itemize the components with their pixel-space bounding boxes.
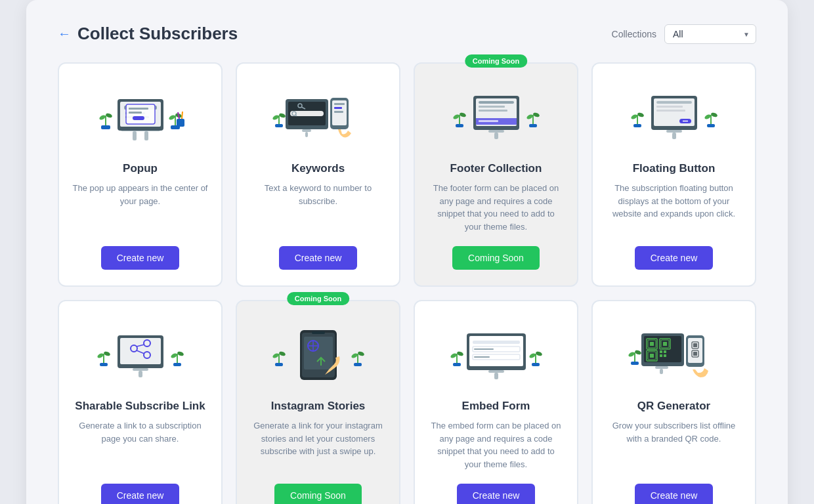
floating-button-create-button[interactable]: Create new — [635, 246, 714, 270]
svg-rect-141 — [660, 369, 663, 374]
embed-form-description: The embed form can be placed on any page… — [428, 419, 564, 471]
svg-line-18 — [182, 112, 182, 119]
embed-form-illustration — [444, 317, 549, 389]
svg-rect-82 — [133, 368, 148, 371]
svg-rect-147 — [693, 352, 697, 356]
svg-rect-138 — [660, 354, 662, 357]
instagram-coming-soon-badge: Coming Soon — [287, 292, 350, 305]
footer-coming-soon-badge: Coming Soon — [465, 54, 528, 68]
embed-form-title: Embed Form — [462, 400, 530, 413]
instagram-illustration — [266, 317, 371, 389]
sharable-link-illustration — [88, 317, 193, 389]
qr-generator-description: Grow your subscribers list offline with … — [606, 419, 742, 471]
card-floating-button: Floating Button The subscription floatin… — [591, 62, 756, 287]
footer-collection-title: Footer Collection — [450, 162, 542, 175]
card-popup: Popup The pop up appears in the center o… — [58, 62, 223, 287]
svg-rect-84 — [100, 363, 108, 366]
svg-rect-95 — [304, 337, 333, 369]
svg-rect-113 — [474, 348, 494, 350]
card-keywords: Keywords Text a keyword to number to sub… — [236, 62, 400, 287]
svg-rect-35 — [334, 107, 342, 109]
svg-rect-47 — [479, 120, 498, 122]
page-title: Collect Subscribers — [77, 24, 238, 44]
footer-collection-description: The footer form can be placed on any pag… — [428, 182, 564, 233]
card-embed-form: Embed Form The embed form can be placed … — [414, 300, 578, 504]
svg-rect-20 — [129, 108, 148, 110]
qr-generator-create-button[interactable]: Create new — [635, 484, 714, 504]
svg-rect-139 — [664, 354, 666, 357]
svg-rect-145 — [693, 343, 697, 347]
main-container: ← Collect Subscribers Collections All Po… — [26, 0, 788, 504]
collections-label: Collections — [612, 29, 656, 39]
svg-rect-137 — [664, 350, 666, 353]
back-arrow[interactable]: ← — [58, 26, 71, 41]
floating-button-title: Floating Button — [633, 162, 716, 175]
svg-rect-34 — [334, 103, 345, 105]
svg-rect-31 — [305, 132, 308, 137]
svg-rect-110 — [473, 341, 520, 344]
svg-rect-62 — [656, 110, 685, 112]
svg-rect-88 — [173, 363, 181, 366]
svg-rect-21 — [129, 112, 142, 114]
svg-rect-67 — [633, 124, 641, 127]
keywords-illustration — [266, 79, 371, 152]
card-instagram-stories: Coming Soon — [236, 300, 400, 504]
card-sharable-link: Sharable Subscribe Link Generate a link … — [58, 300, 223, 504]
svg-rect-140 — [655, 366, 668, 369]
svg-rect-48 — [488, 130, 504, 133]
svg-rect-136 — [660, 350, 662, 353]
instagram-stories-description: Generate a link for your instagram stori… — [250, 419, 386, 471]
footer-coming-soon-button: Coming Soon — [452, 246, 540, 270]
svg-line-17 — [178, 112, 179, 119]
svg-rect-36 — [334, 111, 343, 113]
svg-rect-16 — [177, 119, 184, 127]
svg-rect-2 — [144, 131, 148, 140]
svg-rect-71 — [707, 124, 715, 127]
svg-rect-30 — [302, 129, 311, 132]
header: ← Collect Subscribers Collections All Po… — [58, 24, 756, 44]
qr-generator-title: QR Generator — [637, 400, 710, 413]
svg-rect-114 — [474, 356, 490, 358]
floating-button-illustration — [622, 79, 727, 152]
svg-rect-104 — [354, 363, 362, 366]
svg-rect-65 — [666, 130, 682, 133]
popup-title: Popup — [123, 162, 158, 175]
svg-rect-109 — [469, 336, 523, 366]
cards-grid: Popup The pop up appears in the center o… — [58, 62, 756, 504]
keywords-description: Text a keyword to number to subscribe. — [250, 182, 386, 233]
svg-rect-115 — [488, 370, 504, 373]
sharable-link-create-button[interactable]: Create new — [101, 484, 180, 504]
sharable-link-description: Generate a link to a subscription page y… — [72, 419, 208, 471]
svg-rect-22 — [133, 116, 144, 120]
svg-rect-117 — [453, 363, 461, 366]
svg-rect-121 — [532, 363, 540, 366]
collections-select[interactable]: All Popup Keywords Footer Floating Embed… — [664, 24, 756, 44]
svg-rect-61 — [656, 106, 683, 108]
embed-form-create-button[interactable]: Create new — [457, 484, 536, 504]
svg-rect-37 — [275, 124, 283, 127]
instagram-stories-title: Instagram Stories — [271, 400, 366, 413]
svg-rect-76 — [120, 338, 161, 364]
svg-rect-129 — [650, 342, 654, 346]
svg-rect-54 — [529, 124, 537, 127]
svg-rect-135 — [650, 354, 654, 358]
keywords-create-button[interactable]: Create new — [279, 246, 358, 270]
svg-rect-100 — [275, 363, 283, 366]
svg-rect-83 — [139, 371, 142, 377]
svg-rect-19 — [126, 104, 155, 124]
svg-rect-148 — [631, 362, 639, 365]
popup-illustration — [88, 79, 193, 152]
footer-illustration — [444, 79, 549, 152]
instagram-coming-soon-button: Coming Soon — [274, 484, 362, 504]
svg-rect-44 — [479, 106, 505, 108]
card-footer-collection: Coming Soon — [414, 62, 578, 287]
popup-create-button[interactable]: Create new — [101, 246, 180, 270]
svg-rect-94 — [312, 331, 325, 334]
popup-description: The pop up appears in the center of your… — [72, 182, 208, 233]
header-left: ← Collect Subscribers — [58, 24, 238, 44]
svg-rect-66 — [672, 133, 676, 139]
svg-rect-43 — [479, 101, 514, 104]
keywords-title: Keywords — [291, 162, 345, 175]
qr-generator-illustration — [622, 317, 727, 389]
svg-rect-1 — [133, 131, 137, 140]
